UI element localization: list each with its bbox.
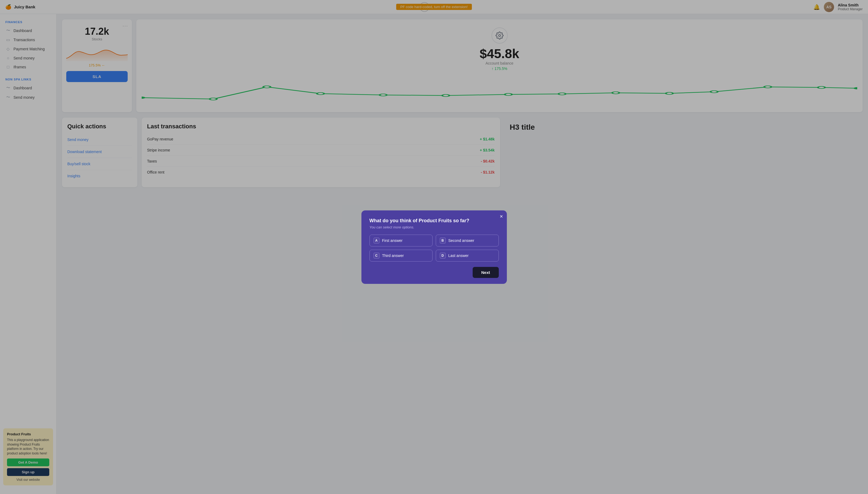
modal-overlay: × What do you think of Product Fruits so…	[0, 0, 868, 494]
answers-grid: A First answer B Second answer C Third a…	[369, 235, 499, 262]
answer-b-button[interactable]: B Second answer	[436, 235, 499, 246]
answer-b-label: Second answer	[448, 239, 474, 243]
answer-c-key: C	[374, 253, 379, 259]
answer-c-button[interactable]: C Third answer	[369, 250, 433, 262]
answer-c-label: Third answer	[382, 253, 404, 258]
survey-modal: × What do you think of Product Fruits so…	[361, 210, 507, 284]
answer-b-key: B	[440, 238, 446, 244]
answer-a-button[interactable]: A First answer	[369, 235, 433, 246]
modal-close-button[interactable]: ×	[500, 214, 503, 219]
survey-question: What do you think of Product Fruits so f…	[369, 218, 499, 224]
answer-a-label: First answer	[382, 239, 403, 243]
answer-d-label: Last answer	[448, 253, 469, 258]
next-button[interactable]: Next	[473, 267, 499, 278]
answer-a-key: A	[374, 238, 379, 244]
survey-hint: You can select more options.	[369, 225, 499, 229]
answer-d-button[interactable]: D Last answer	[436, 250, 499, 262]
modal-footer: Next	[369, 267, 499, 278]
answer-d-key: D	[440, 253, 446, 259]
